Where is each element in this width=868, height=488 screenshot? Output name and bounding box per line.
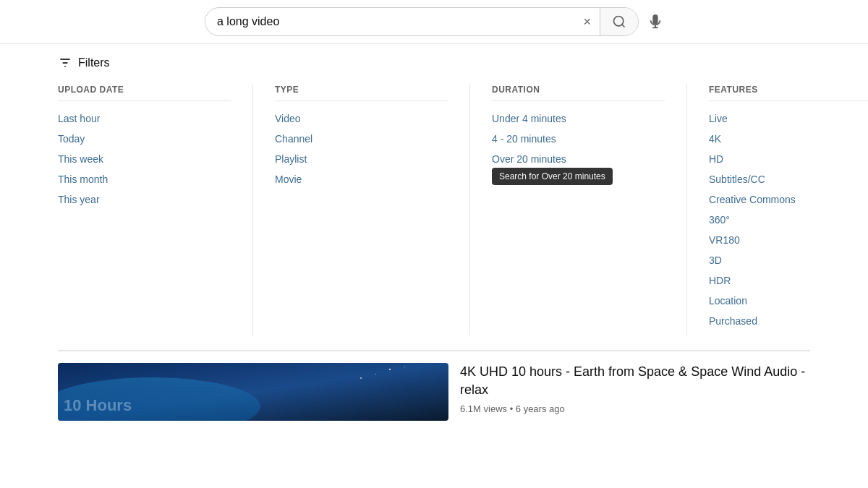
- filter-4k[interactable]: 4K: [709, 133, 868, 145]
- video-title: 4K UHD 10 hours - Earth from Space & Spa…: [460, 363, 810, 399]
- filter-3d[interactable]: 3D: [709, 254, 868, 266]
- filter-under-4-min[interactable]: Under 4 minutes: [492, 113, 665, 124]
- filter-icon: [58, 56, 72, 70]
- filter-today[interactable]: Today: [58, 133, 231, 145]
- filter-this-week[interactable]: This week: [58, 153, 231, 165]
- filter-video[interactable]: Video: [275, 113, 448, 124]
- video-thumbnail-bg: 10 Hours: [58, 363, 448, 421]
- filters-title: Filters: [78, 56, 110, 69]
- filters-header: Filters: [58, 56, 810, 70]
- over-20-min-tooltip: Search for Over 20 minutes: [492, 168, 613, 185]
- voice-search-button[interactable]: [639, 14, 663, 30]
- svg-point-0: [614, 17, 624, 26]
- filter-this-month[interactable]: This month: [58, 174, 231, 185]
- video-meta: 6.1M views • 6 years ago: [460, 403, 810, 414]
- close-icon: ×: [583, 14, 591, 30]
- filter-360[interactable]: 360°: [709, 214, 868, 226]
- upload-date-header: UPLOAD DATE: [58, 85, 231, 101]
- filter-this-year[interactable]: This year: [58, 194, 231, 205]
- search-clear-button[interactable]: ×: [574, 14, 600, 30]
- video-result: 10 Hours 4K UHD 10 hours - Earth from Sp…: [0, 351, 868, 432]
- filter-hdr[interactable]: HDR: [709, 275, 868, 286]
- filter-columns: UPLOAD DATE Last hour Today This week Th…: [58, 85, 810, 351]
- upload-date-column: UPLOAD DATE Last hour Today This week Th…: [58, 85, 253, 335]
- type-header: TYPE: [275, 85, 448, 101]
- features-column: FEATURES Live 4K HD Subtitles/CC Creativ…: [709, 85, 868, 335]
- filters-panel: Filters UPLOAD DATE Last hour Today This…: [0, 44, 868, 351]
- filter-last-hour[interactable]: Last hour: [58, 113, 231, 124]
- video-thumbnail[interactable]: 10 Hours: [58, 363, 448, 421]
- header: ×: [0, 0, 868, 44]
- filter-vr180[interactable]: VR180: [709, 234, 868, 246]
- search-icon: [612, 14, 626, 29]
- duration-column: DURATION Under 4 minutes 4 - 20 minutes …: [492, 85, 687, 335]
- search-bar: ×: [205, 7, 639, 36]
- search-input[interactable]: [205, 15, 574, 28]
- filter-subtitles-cc[interactable]: Subtitles/CC: [709, 174, 868, 185]
- svg-line-1: [622, 25, 625, 27]
- filter-creative-commons[interactable]: Creative Commons: [709, 194, 868, 205]
- type-column: TYPE Video Channel Playlist Movie: [275, 85, 470, 335]
- microphone-icon: [647, 14, 663, 30]
- filter-over-20-min[interactable]: Over 20 minutes Search for Over 20 minut…: [492, 153, 665, 165]
- filter-movie[interactable]: Movie: [275, 174, 448, 185]
- features-header: FEATURES: [709, 85, 868, 101]
- filter-channel[interactable]: Channel: [275, 133, 448, 145]
- search-submit-button[interactable]: [600, 8, 638, 35]
- filter-location[interactable]: Location: [709, 295, 868, 307]
- filter-4-20-min[interactable]: 4 - 20 minutes: [492, 133, 665, 145]
- duration-header: DURATION: [492, 85, 665, 101]
- video-info: 4K UHD 10 hours - Earth from Space & Spa…: [460, 363, 810, 414]
- filter-hd[interactable]: HD: [709, 153, 868, 165]
- filter-purchased[interactable]: Purchased: [709, 315, 868, 327]
- filter-playlist[interactable]: Playlist: [275, 153, 448, 165]
- filter-live[interactable]: Live: [709, 113, 868, 124]
